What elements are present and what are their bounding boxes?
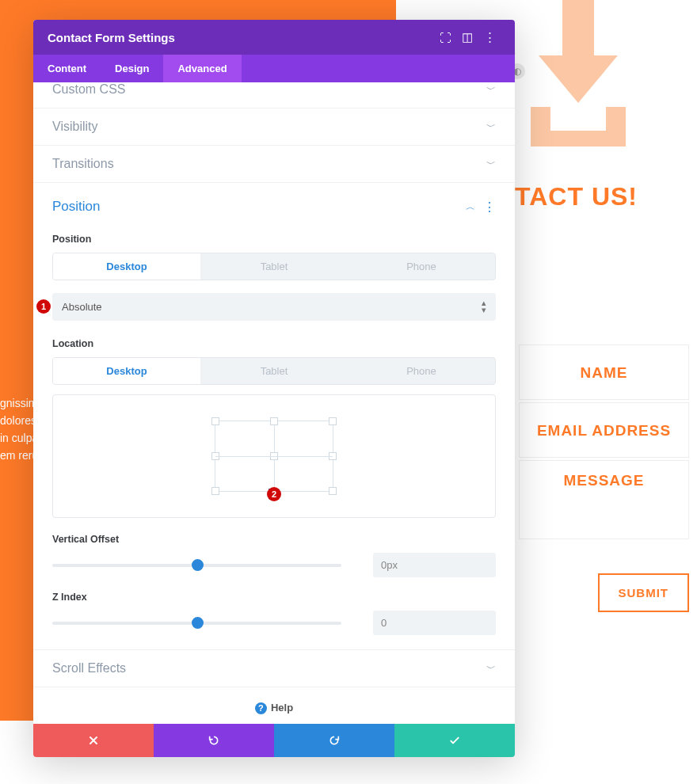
slider-thumb[interactable] [192,617,204,629]
check-icon [448,734,461,747]
chevron-down-icon: ﹀ [486,158,496,171]
annotation-badge-1: 1 [36,299,51,314]
section-options-icon[interactable]: ⋮ [483,200,496,215]
form-email-field[interactable]: EMAIL ADDRESS [519,402,689,458]
close-icon [87,734,100,747]
position-section: Position Desktop Tablet Phone 1 Absolute… [33,218,515,649]
zindex-label: Z Index [52,592,496,603]
location-device-tabs: Desktop Tablet Phone [52,357,496,385]
modal-body: Custom CSS ﹀ Visibility ﹀ Transitions ﹀ … [33,82,515,724]
accordion-visibility[interactable]: Visibility ﹀ [33,108,515,146]
anchor-bottom-left[interactable] [211,487,219,495]
chevron-down-icon: ﹀ [486,83,496,97]
anchor-bottom-right[interactable] [329,487,337,495]
vertical-offset-label: Vertical Offset [52,534,496,545]
undo-icon [208,734,220,747]
select-chevron-icon: ▴▾ [482,299,486,314]
anchor-top-right[interactable] [329,417,337,425]
chevron-up-icon: ︿ [466,200,475,214]
modal-header: Contact Form Settings ⛶ ◫ ⋮ [33,20,515,55]
tab-advanced[interactable]: Advanced [163,55,241,82]
download-arrow-icon [523,0,634,150]
column-layout-icon[interactable]: ◫ [456,30,478,44]
modal-title: Contact Form Settings [48,31,434,44]
modal-footer [33,724,515,757]
accordion-label: Visibility [52,120,98,134]
kebab-menu-icon[interactable]: ⋮ [478,30,501,44]
accordion-label: Transitions [52,157,114,171]
anchor-middle-right[interactable] [329,452,337,460]
save-button[interactable] [394,724,515,757]
accordion-custom-css[interactable]: Custom CSS ﹀ [33,82,515,108]
anchor-top-center[interactable] [270,417,278,425]
undo-button[interactable] [154,724,274,757]
device-tab-tablet[interactable]: Tablet [200,253,348,280]
zindex-slider[interactable] [52,622,341,625]
zindex-input[interactable] [373,611,496,635]
accordion-label: Custom CSS [52,82,125,97]
accordion-scroll-effects[interactable]: Scroll Effects ﹀ [33,649,515,687]
chevron-down-icon: ﹀ [486,662,496,676]
accordion-label: Scroll Effects [52,661,126,676]
position-device-tabs: Desktop Tablet Phone [52,253,496,280]
settings-modal: Contact Form Settings ⛶ ◫ ⋮ Content Desi… [33,20,515,757]
accordion-transitions[interactable]: Transitions ﹀ [33,146,515,183]
cancel-button[interactable] [33,724,154,757]
device-tab-desktop[interactable]: Desktop [53,253,200,280]
device-tab-phone[interactable]: Phone [348,358,495,384]
redo-button[interactable] [274,724,394,757]
help-link[interactable]: ?Help [33,687,515,724]
slider-thumb[interactable] [192,559,204,571]
form-message-field[interactable]: MESSAGE [519,460,689,539]
anchor-middle-left[interactable] [211,452,219,460]
page-contact-form: NAME EMAIL ADDRESS MESSAGE SUBMIT [519,344,689,612]
form-submit-button[interactable]: SUBMIT [598,573,690,612]
location-field-label: Location [52,338,496,349]
redo-icon [328,734,341,747]
device-tab-phone[interactable]: Phone [348,253,495,280]
vertical-offset-input[interactable] [373,553,496,577]
position-select-wrap: 1 Absolute ▴▾ [52,293,496,321]
tab-content[interactable]: Content [33,55,101,82]
modal-tabs: Content Design Advanced [33,55,515,82]
position-field-label: Position [52,234,496,245]
anchor-middle-center[interactable] [270,452,278,460]
form-name-field[interactable]: NAME [519,344,689,400]
device-tab-tablet[interactable]: Tablet [200,358,348,384]
accordion-label: Position [52,199,100,215]
tab-design[interactable]: Design [101,55,163,82]
device-tab-desktop[interactable]: Desktop [53,358,200,384]
chevron-down-icon: ﹀ [486,120,496,134]
help-icon: ? [255,702,267,714]
location-picker[interactable]: 2 [52,394,496,518]
location-grid [215,421,333,492]
position-select[interactable]: Absolute [52,293,496,321]
vertical-offset-slider[interactable] [52,564,341,567]
expand-icon[interactable]: ⛶ [434,31,456,44]
accordion-position[interactable]: Position ︿ ⋮ [33,183,515,218]
anchor-top-left[interactable] [211,417,219,425]
annotation-badge-2: 2 [267,487,281,501]
